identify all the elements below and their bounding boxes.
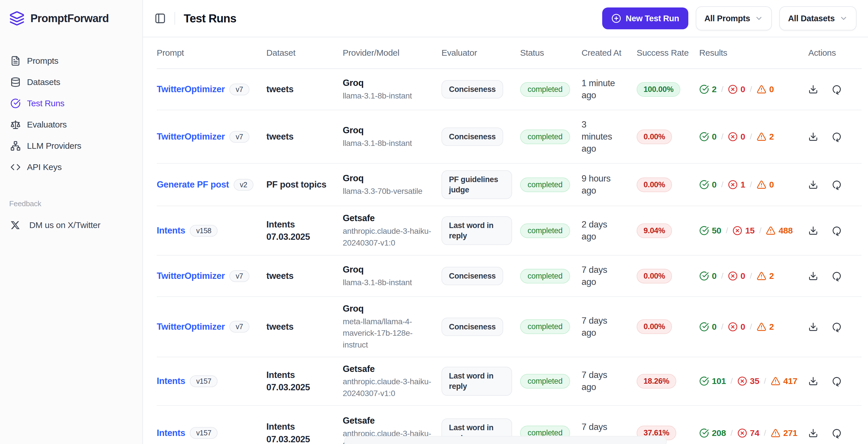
- topbar-actions: New Test Run All Prompts All Datasets: [602, 6, 857, 30]
- evaluator-badge: Conciseness: [441, 318, 503, 336]
- scale-icon: [10, 119, 21, 130]
- prompt-link[interactable]: Intents: [157, 376, 185, 386]
- rerun-button[interactable]: [832, 180, 842, 189]
- download-button[interactable]: [808, 84, 818, 94]
- rerun-button[interactable]: [832, 428, 842, 438]
- circle-check-icon: [699, 322, 709, 332]
- column-header-success-rate: Success Rate: [637, 37, 699, 69]
- rerun-button[interactable]: [832, 322, 842, 332]
- provider-name: Groq: [343, 77, 433, 89]
- download-button[interactable]: [808, 226, 818, 236]
- rerun-icon: [830, 178, 843, 191]
- circle-x-icon: [737, 376, 747, 386]
- created-at: 1 minute ago: [582, 77, 617, 101]
- prompt-link[interactable]: TwitterOptimizer: [157, 271, 225, 281]
- database-icon: [10, 77, 21, 87]
- prompt-link[interactable]: TwitterOptimizer: [157, 131, 225, 142]
- prompt-link[interactable]: Intents: [157, 226, 185, 236]
- status-badge: completed: [520, 374, 570, 389]
- main-panel: Test Runs New Test Run All Prompts All D…: [143, 0, 868, 444]
- sidebar-item-prompts[interactable]: Prompts: [6, 52, 136, 70]
- results-separator: /: [720, 180, 724, 189]
- circle-x-icon: [728, 132, 738, 142]
- results-separator: /: [720, 271, 724, 280]
- download-icon: [808, 132, 818, 142]
- passed-count: 208: [712, 428, 726, 438]
- results-summary: 208 / 74 / 271: [699, 428, 800, 438]
- created-at: 2 days ago: [582, 218, 617, 243]
- results-summary: 50 / 15 / 488: [699, 226, 800, 236]
- download-button[interactable]: [808, 428, 818, 438]
- provider-name: Groq: [343, 172, 433, 184]
- failed-count: 1: [741, 180, 745, 189]
- provider-name: Groq: [343, 124, 433, 137]
- sidebar-item-label: LLM Providers: [27, 141, 81, 151]
- app-window: PromptForward PromptsDatasetsTest RunsEv…: [0, 0, 868, 444]
- results-separator: /: [763, 428, 767, 438]
- prompt-link[interactable]: TwitterOptimizer: [157, 322, 225, 332]
- sidebar-item-llm-providers[interactable]: LLM Providers: [6, 137, 136, 155]
- circle-x-icon: [728, 180, 738, 189]
- sidebar-item-datasets[interactable]: Datasets: [6, 73, 136, 91]
- rerun-button[interactable]: [832, 226, 842, 236]
- rerun-button[interactable]: [832, 271, 842, 281]
- success-rate-badge: 100.00%: [637, 82, 680, 97]
- success-rate-badge: 0.00%: [637, 177, 672, 192]
- circle-x-icon: [737, 428, 747, 438]
- success-rate-badge: 9.04%: [637, 224, 672, 238]
- model-name: llama-3.3-70b-versatile: [343, 185, 433, 197]
- app-logo: PromptForward: [0, 0, 143, 37]
- triangle-alert-icon: [756, 132, 766, 142]
- circle-x-icon: [728, 322, 738, 332]
- sidebar-item-label: API Keys: [27, 162, 62, 172]
- rerun-button[interactable]: [832, 132, 842, 142]
- download-button[interactable]: [808, 271, 818, 281]
- prompt-link[interactable]: TwitterOptimizer: [157, 84, 225, 94]
- passed-count: 0: [712, 271, 716, 281]
- circle-check-icon: [699, 271, 709, 281]
- warnings-count: 271: [783, 428, 797, 438]
- results-separator: /: [720, 132, 724, 141]
- triangle-alert-icon: [771, 428, 780, 438]
- results-separator: /: [720, 85, 724, 94]
- evaluator-badge: Last word in reply: [441, 367, 512, 396]
- circle-check-icon: [699, 84, 709, 94]
- rerun-button[interactable]: [832, 84, 842, 94]
- sidebar-toggle-button[interactable]: [154, 12, 166, 24]
- new-test-run-button[interactable]: New Test Run: [602, 7, 688, 29]
- all-prompts-dropdown[interactable]: All Prompts: [696, 6, 772, 30]
- version-badge: v158: [190, 225, 218, 237]
- prompt-link[interactable]: Intents: [157, 428, 185, 438]
- circle-x-icon: [728, 84, 738, 94]
- sidebar-item-evaluators[interactable]: Evaluators: [6, 115, 136, 134]
- warnings-count: 2: [769, 271, 774, 281]
- model-name: meta-llama/llama-4-maverick-17b-128e-ins…: [343, 316, 433, 351]
- passed-count: 0: [712, 180, 716, 189]
- download-button[interactable]: [808, 322, 818, 332]
- toast-peek: [345, 437, 666, 444]
- download-button[interactable]: [808, 376, 818, 386]
- all-datasets-dropdown[interactable]: All Datasets: [779, 6, 857, 30]
- download-button[interactable]: [808, 180, 818, 189]
- sidebar-item-test-runs[interactable]: Test Runs: [6, 94, 136, 113]
- dataset-name: tweets: [267, 321, 335, 333]
- circle-check-icon: [699, 226, 709, 236]
- download-button[interactable]: [808, 132, 818, 142]
- rerun-button[interactable]: [832, 376, 842, 386]
- evaluator-badge: PF guidelines judge: [441, 170, 512, 199]
- prompt-link[interactable]: Generate PF post: [157, 179, 229, 190]
- circle-x-icon: [728, 271, 738, 281]
- test-runs-table: PromptDatasetProvider/ModelEvaluatorStat…: [157, 37, 862, 444]
- rerun-icon: [830, 426, 843, 440]
- sidebar-item-dm-on-x[interactable]: DM us on X/Twitter: [6, 216, 136, 234]
- rerun-icon: [830, 83, 843, 96]
- warnings-count: 0: [769, 84, 774, 94]
- circle-check-icon: [699, 376, 709, 386]
- rerun-icon: [830, 320, 843, 333]
- dataset-name: Intents 07.03.2025: [267, 420, 335, 444]
- failed-count: 35: [750, 376, 760, 386]
- download-icon: [808, 180, 818, 189]
- sidebar-item-api-keys[interactable]: API Keys: [6, 158, 136, 176]
- rerun-icon: [830, 130, 843, 143]
- table-row: TwitterOptimizer v7 tweets Groq llama-3.…: [157, 69, 862, 110]
